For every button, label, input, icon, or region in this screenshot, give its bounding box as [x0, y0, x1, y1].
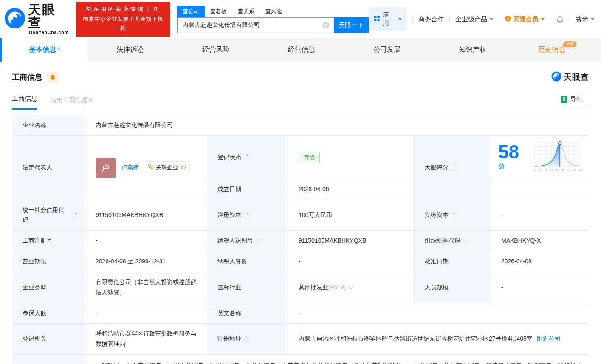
apps-grid-icon [374, 15, 380, 23]
help-icon[interactable] [463, 238, 469, 244]
svg-text:99: 99 [573, 169, 576, 172]
tab-label: 经营信息 [288, 45, 315, 54]
enterprise-label: 企业级产品 [455, 15, 487, 23]
chevron-down-icon [490, 18, 493, 20]
reg-number-value: - [85, 231, 207, 251]
watermark-brand: 天眼查 [564, 72, 589, 83]
org-code-value: MAKBHKYQ-X [491, 231, 589, 251]
legal-rep-avatar[interactable]: 卢 [96, 158, 116, 178]
help-icon[interactable] [244, 336, 250, 342]
svg-text:50: 50 [556, 169, 559, 172]
open-vip-link[interactable]: 开通会员 [505, 15, 545, 23]
related-companies-tag[interactable]: 关联企业 72 [144, 161, 190, 174]
nav-enterprise-products[interactable]: 企业级产品 [455, 15, 493, 23]
search-button[interactable]: 天眼一下 [334, 17, 369, 33]
table-row: 登记机关 呼和浩特市赛罕区行政审批政务服务与数据管理局 注册地址 内蒙古自治区呼… [12, 324, 589, 355]
username: 费米 [576, 15, 588, 23]
score-cell: 58分 [491, 136, 589, 179]
chevron-down-icon [541, 18, 545, 20]
help-icon[interactable] [244, 212, 250, 218]
industry-label: 国标行业 [207, 272, 288, 303]
svg-text:85: 85 [561, 169, 564, 172]
reg-address-label: 注册地址 [207, 324, 288, 355]
tianyancha-logo[interactable]: 天眼查 TianYanCha.com [4, 3, 70, 35]
company-name-label: 企业名称 [12, 115, 85, 136]
search-tab-relation[interactable]: 查关系 [232, 6, 260, 17]
table-row: 参保人数 - 英文名称 - [12, 303, 589, 324]
help-icon[interactable] [256, 238, 262, 244]
taxpayer-quality-value: - [288, 251, 415, 272]
table-row: 统一社会信用代码 91150105MAKBHKYQXB 注册资本 100万人民币… [12, 200, 589, 231]
status-badge: 存续 [299, 152, 320, 164]
slogan-banner: 都在用的商业查询工具 国家中小企业发展子基金旗下机构 [76, 2, 170, 37]
chevron-down-icon [591, 18, 594, 20]
search-area: 查公司 查老板 查关系 查风险 天眼一下 [177, 6, 369, 33]
excel-icon [561, 96, 567, 103]
svg-text:1: 1 [539, 169, 541, 172]
business-term-value: 2026-04-08 至 2099-12-31 [85, 251, 207, 272]
tab-label: 历史信息 [538, 45, 565, 54]
legal-rep-label: 法定代表人 [12, 135, 85, 200]
reg-capital-label: 注册资本 [207, 200, 288, 231]
score-unit: 分 [498, 163, 505, 170]
tab-operating-risk[interactable]: 经营风险 [173, 38, 259, 62]
export-button[interactable]: 导出 [554, 92, 589, 107]
help-icon[interactable] [72, 212, 78, 218]
credit-code-value: 91150105MAKBHKYQXB [85, 200, 207, 231]
user-menu[interactable]: 费米 [576, 15, 594, 23]
nav-cooperation[interactable]: 商务合作 [418, 15, 444, 23]
help-icon[interactable] [244, 154, 250, 161]
subscribe-bell-icon[interactable] [47, 72, 58, 83]
search-tab-risk[interactable]: 查风险 [260, 6, 288, 17]
clear-search-icon[interactable] [322, 22, 330, 29]
svg-text:3: 3 [545, 169, 547, 172]
tab-operating-info[interactable]: 经营信息 [259, 38, 344, 62]
tianyancha-logo-icon [4, 8, 25, 31]
nearby-companies-link[interactable]: 附近公司 [537, 334, 561, 344]
tab-basic-info[interactable]: 基本信息 4 [2, 38, 87, 62]
svg-text:15: 15 [550, 169, 553, 172]
apps-menu[interactable]: 应用 [369, 7, 407, 31]
svg-text:0: 0 [533, 169, 535, 172]
tab-label: 公司发展 [373, 45, 401, 54]
business-scope-value: 一般项目：五金产品零售；日用百货销售；日用品销售；化妆品零售；工艺美术品及收藏品… [85, 355, 589, 364]
watermark-logo: 天眼查 [551, 71, 589, 83]
slogan-line-1: 都在用的商业查询工具 [80, 5, 166, 14]
search-tab-boss[interactable]: 查老板 [205, 6, 232, 17]
notification-bell-icon[interactable] [556, 15, 564, 23]
industry-code: (F519) [328, 284, 346, 291]
divider [550, 16, 550, 23]
business-info-table: 企业名称 内蒙古葩趣文化传播有限公司 法定代表人 卢 卢燕楠 关联企业 7 [12, 115, 589, 364]
reg-status-label: 登记状态 [207, 135, 288, 179]
subtab-history-business-info[interactable]: 历史工商信息0 [50, 96, 92, 110]
tab-label: 法律诉讼 [116, 45, 144, 54]
apps-label: 应用 [383, 11, 395, 27]
tab-label: 经营风险 [202, 45, 229, 54]
establish-date-label: 成立日期 [207, 179, 288, 200]
export-label: 导出 [570, 96, 582, 103]
search-input[interactable] [177, 17, 334, 33]
reg-capital-value: 100万人民币 [288, 200, 415, 231]
header-nav: 应用 商务合作 企业级产品 开通会员 费米 [369, 7, 594, 31]
score-label: 天眼评分 [415, 135, 491, 200]
help-icon[interactable] [451, 164, 457, 171]
company-type-label: 企业类型 [12, 272, 85, 303]
tab-company-development[interactable]: 公司发展 [344, 38, 430, 62]
tab-legal-litigation[interactable]: 法律诉讼 [87, 38, 173, 62]
help-icon[interactable] [451, 212, 457, 218]
reg-authority-label: 登记机关 [12, 324, 85, 355]
tab-history-info[interactable]: VIP 历史信息 1 [515, 38, 601, 62]
english-name-value: - [288, 303, 589, 324]
svg-text:97: 97 [567, 169, 570, 172]
tab-intellectual-property[interactable]: 知识产权 [430, 38, 516, 62]
subtab-business-info[interactable]: 工商信息 [12, 95, 37, 110]
industry-name: 其他批发业 [299, 284, 328, 291]
vip-badge: VIP [563, 41, 577, 47]
staff-size-label: 人员规模 [415, 272, 491, 303]
legal-rep-name-link[interactable]: 卢燕楠 [121, 163, 139, 173]
search-tab-company[interactable]: 查公司 [177, 6, 205, 17]
table-row: 营业期限 2026-04-08 至 2099-12-31 纳税人资质 - 核准日… [12, 251, 589, 272]
industry-value[interactable]: 其他批发业(F519) [288, 272, 415, 303]
help-icon[interactable] [572, 47, 578, 53]
table-row: 工商注册号 - 纳税人识别号 91150105MAKBHKYQXB 组织机构代码… [12, 231, 589, 251]
